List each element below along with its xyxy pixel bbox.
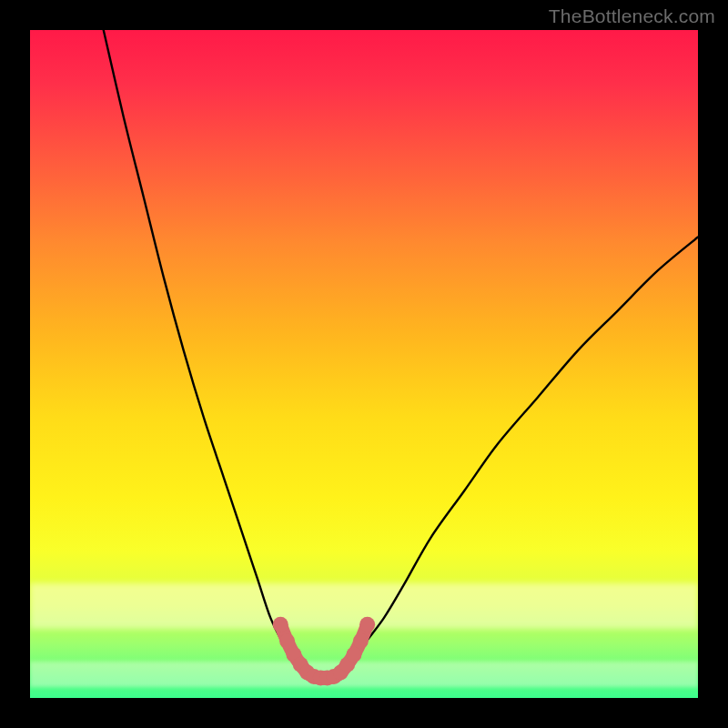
plot-area [30,30,698,698]
curve-left-branch [104,30,298,664]
valley-dot [359,617,375,632]
chart-svg [30,30,698,698]
chart-frame: TheBottleneck.com [0,0,728,728]
valley-dot [279,633,295,649]
curve-right-branch [350,238,698,665]
valley-dot [273,617,288,632]
valley-dot [353,633,369,649]
valley-dot [346,647,361,662]
watermark-text: TheBottleneck.com [549,5,715,27]
